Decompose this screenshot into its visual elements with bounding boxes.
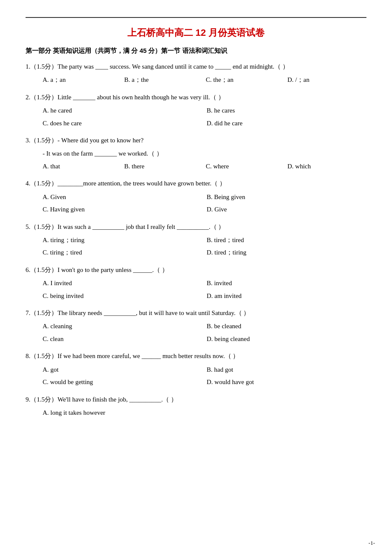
option[interactable]: B. had got	[207, 364, 366, 376]
option[interactable]: A. I invited	[43, 278, 202, 289]
question-text-4: 4.（1.5分）________more attention, the tree…	[26, 178, 366, 189]
option[interactable]: A. tiring；tiring	[43, 235, 202, 246]
question-9: 9.（1.5分）We'll have to finish the job, __…	[26, 394, 366, 419]
option[interactable]: D. am invited	[207, 291, 366, 302]
option[interactable]: C. the；an	[206, 75, 285, 86]
question-text-6: 6.（1.5分）I won't go to the party unless _…	[26, 264, 366, 275]
questions-container: 1.（1.5分）The party was ____ success. We s…	[26, 61, 366, 418]
option[interactable]: C. where	[206, 161, 285, 172]
option[interactable]: B. there	[124, 161, 204, 172]
options-6: A. I invitedB. invitedC. being invitedD.…	[26, 278, 366, 301]
question-text-2: 2.（1.5分）Little _______ about his own hea…	[26, 92, 366, 103]
option[interactable]: C. Having given	[43, 204, 202, 215]
option[interactable]: D. /；an	[288, 75, 367, 86]
question-text-9: 9.（1.5分）We'll have to finish the job, __…	[26, 394, 366, 405]
question-text-3: 3.（1.5分）- Where did you get to know her?	[26, 135, 366, 146]
option[interactable]: D. which	[288, 161, 367, 172]
options-3: A. thatB. thereC. whereD. which	[26, 161, 366, 172]
options-4: A. GivenB. Being givenC. Having givenD. …	[26, 192, 366, 215]
top-divider	[26, 17, 366, 18]
options-9: A. long it takes however	[26, 408, 366, 419]
option[interactable]: A. long it takes however	[43, 408, 366, 419]
option[interactable]: A. got	[43, 364, 202, 376]
option[interactable]: D. would have got	[207, 377, 366, 388]
question-7: 7.（1.5分）The library needs __________, bu…	[26, 307, 366, 344]
options-2: A. he caredB. he caresC. does he careD. …	[26, 105, 366, 129]
section-header: 第一部分 英语知识运用（共两节，满 分 45 分）第一节 语法和词汇知识	[26, 47, 366, 55]
option[interactable]: D. Give	[207, 204, 366, 215]
option[interactable]: A. he cared	[43, 105, 202, 116]
page-title: 上石桥高中高二 12 月份英语试卷	[26, 26, 366, 39]
question-6: 6.（1.5分）I won't go to the party unless _…	[26, 264, 366, 301]
question-text-7: 7.（1.5分）The library needs __________, bu…	[26, 307, 366, 318]
option[interactable]: A. cleaning	[43, 321, 202, 332]
question-text2-3: - It was on the farm _______ we worked.（…	[26, 148, 366, 159]
option[interactable]: A. Given	[43, 192, 202, 203]
option[interactable]: B. Being given	[207, 192, 366, 203]
option[interactable]: A. a；an	[43, 75, 122, 86]
options-7: A. cleaningB. be cleanedC. cleanD. being…	[26, 321, 366, 344]
option[interactable]: B. tired；tired	[207, 235, 366, 246]
option[interactable]: B. he cares	[207, 105, 366, 116]
option[interactable]: B. be cleaned	[207, 321, 366, 332]
option[interactable]: C. tiring；tired	[43, 247, 202, 258]
question-text-1: 1.（1.5分）The party was ____ success. We s…	[26, 61, 366, 72]
question-text-8: 8.（1.5分）If we had been more careful, we …	[26, 350, 366, 361]
option[interactable]: C. does he care	[43, 118, 202, 129]
question-text-5: 5.（1.5分）It was such a __________ job tha…	[26, 221, 366, 232]
option[interactable]: C. clean	[43, 334, 202, 345]
option[interactable]: A. that	[43, 161, 122, 172]
option[interactable]: D. tired；tiring	[207, 247, 366, 258]
option[interactable]: D. did he care	[207, 118, 366, 129]
options-1: A. a；anB. a；theC. the；anD. /；an	[26, 75, 366, 86]
option[interactable]: C. being invited	[43, 291, 202, 302]
question-3: 3.（1.5分）- Where did you get to know her?…	[26, 135, 366, 172]
options-5: A. tiring；tiringB. tired；tiredC. tiring；…	[26, 235, 366, 258]
option[interactable]: D. being cleaned	[207, 334, 366, 345]
option[interactable]: C. would be getting	[43, 377, 202, 388]
option[interactable]: B. invited	[207, 278, 366, 289]
options-8: A. gotB. had gotC. would be gettingD. wo…	[26, 364, 366, 388]
question-8: 8.（1.5分）If we had been more careful, we …	[26, 350, 366, 387]
question-5: 5.（1.5分）It was such a __________ job tha…	[26, 221, 366, 258]
option[interactable]: B. a；the	[124, 75, 204, 86]
question-4: 4.（1.5分）________more attention, the tree…	[26, 178, 366, 215]
question-2: 2.（1.5分）Little _______ about his own hea…	[26, 92, 366, 129]
question-1: 1.（1.5分）The party was ____ success. We s…	[26, 61, 366, 86]
